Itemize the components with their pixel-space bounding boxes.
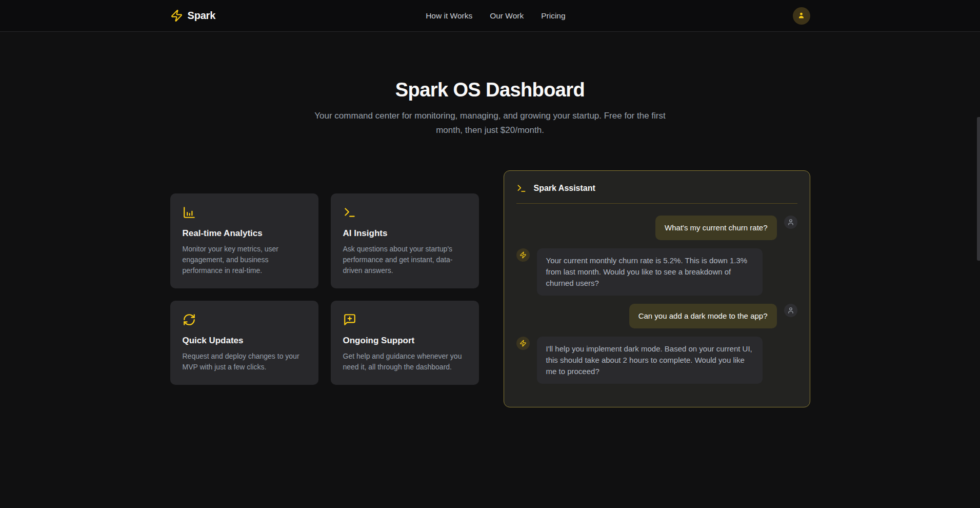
spark-assistant-panel: Spark Assistant What's my current churn …	[504, 170, 810, 407]
features-grid: Real-time Analytics Monitor your key met…	[170, 193, 479, 385]
divider	[516, 203, 797, 204]
terminal-icon	[516, 183, 527, 193]
chat-message-user: What's my current churn rate?	[516, 216, 797, 240]
page-title: Spark OS Dashboard	[170, 79, 810, 101]
feature-description: Get help and guidance whenever you need …	[343, 351, 467, 373]
assistant-title: Spark Assistant	[534, 184, 595, 193]
zap-icon	[170, 9, 183, 22]
assistant-avatar	[516, 337, 530, 350]
feature-title: Quick Updates	[183, 336, 306, 346]
message-list: What's my current churn rate? Your curre…	[516, 216, 797, 384]
scrollbar[interactable]	[977, 117, 980, 261]
user-avatar	[784, 216, 797, 229]
assistant-message-bubble: Your current monthly churn rate is 5.2%.…	[537, 248, 763, 296]
feature-card-quick-updates: Quick Updates Request and deploy changes…	[170, 301, 318, 385]
refresh-icon	[183, 313, 306, 326]
feature-card-ongoing-support: Ongoing Support Get help and guidance wh…	[331, 301, 479, 385]
chat-message-user: Can you add a dark mode to the app?	[516, 304, 797, 328]
feature-card-ai-insights: AI Insights Ask questions about your sta…	[331, 193, 479, 288]
feature-title: Real-time Analytics	[183, 228, 306, 239]
zap-icon	[519, 251, 527, 259]
assistant-message-bubble: I'll help you implement dark mode. Based…	[537, 337, 763, 384]
top-nav: Spark How it Works Our Work Pricing	[0, 0, 980, 32]
zap-icon	[519, 340, 527, 347]
message-square-plus-icon	[343, 313, 467, 326]
content-row: Real-time Analytics Monitor your key met…	[170, 170, 810, 407]
feature-title: Ongoing Support	[343, 336, 467, 346]
chat-message-assistant: Your current monthly churn rate is 5.2%.…	[516, 248, 797, 296]
user-icon	[787, 307, 794, 314]
user-icon	[797, 11, 806, 20]
bar-chart-icon	[183, 206, 306, 219]
user-icon	[787, 219, 794, 226]
feature-description: Monitor your key metrics, user engagemen…	[183, 244, 306, 276]
hero-subtitle: Your command center for monitoring, mana…	[313, 109, 668, 138]
nav-link-how-it-works[interactable]: How it Works	[426, 11, 472, 21]
user-avatar	[784, 304, 797, 317]
user-message-bubble: Can you add a dark mode to the app?	[629, 304, 777, 328]
terminal-icon	[343, 206, 467, 219]
nav-link-our-work[interactable]: Our Work	[490, 11, 524, 21]
nav-link-pricing[interactable]: Pricing	[541, 11, 565, 21]
nav-container: Spark How it Works Our Work Pricing	[170, 0, 810, 31]
brand-logo[interactable]: Spark	[170, 9, 216, 22]
account-avatar-button[interactable]	[793, 7, 810, 25]
user-message-bubble: What's my current churn rate?	[655, 216, 776, 240]
brand-name: Spark	[188, 10, 216, 22]
feature-card-real-time-analytics: Real-time Analytics Monitor your key met…	[170, 193, 318, 288]
main-content: Spark OS Dashboard Your command center f…	[170, 79, 810, 407]
assistant-avatar	[516, 248, 530, 262]
assistant-header: Spark Assistant	[516, 183, 797, 193]
feature-description: Request and deploy changes to your MVP w…	[183, 351, 306, 373]
feature-description: Ask questions about your startup's perfo…	[343, 244, 467, 276]
feature-title: AI Insights	[343, 228, 467, 239]
nav-links: How it Works Our Work Pricing	[426, 0, 565, 31]
chat-message-assistant: I'll help you implement dark mode. Based…	[516, 337, 797, 384]
